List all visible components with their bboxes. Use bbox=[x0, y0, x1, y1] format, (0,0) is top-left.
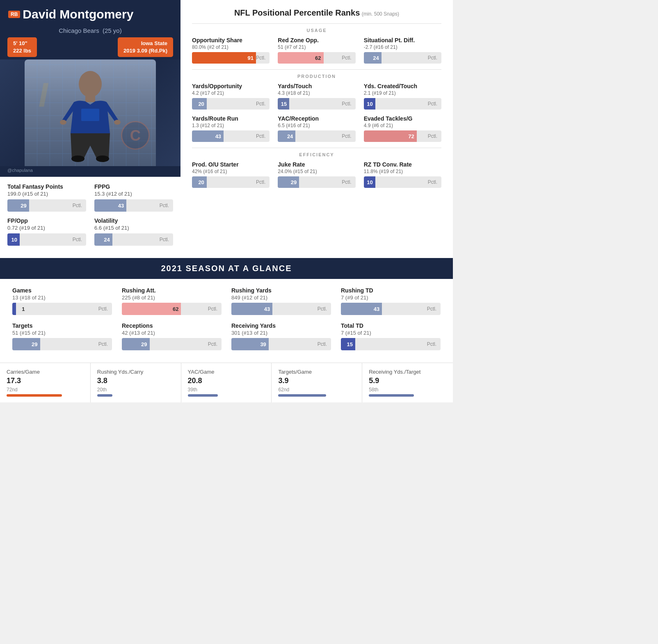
metric-situational: Situational Pt. Diff. -2.7 (#16 of 21) 2… bbox=[364, 37, 441, 64]
usage-header: USAGE bbox=[192, 23, 441, 33]
season-rushing-td: Rushing TD 7 (#9 of 21) 43 Pctl. bbox=[341, 287, 441, 315]
photo-placeholder: C I bbox=[25, 59, 156, 166]
stat-fppg: FPPG 15.3 (#12 of 21) 43 Pctl. bbox=[94, 183, 173, 212]
metric-prod-ou: Prod. O/U Starter 42% (#16 of 21) 20 Pct… bbox=[192, 161, 270, 188]
fill-juke: 29 bbox=[278, 176, 299, 188]
season-rushing-att: Rushing Att. 225 (#8 of 21) 62 Pctl. bbox=[122, 287, 222, 315]
fill-rushing-td: 43 bbox=[341, 303, 382, 315]
bar-yards-route: 43 Pctl. bbox=[192, 130, 270, 142]
svg-point-3 bbox=[60, 120, 66, 125]
player-team: Chicago Bears (25 yo) bbox=[0, 25, 180, 37]
college-draft-badge: Iowa State 2019 3.09 (Rd.Pk) bbox=[118, 37, 173, 57]
metric-juke-rate: Juke Rate 24.0% (#15 of 21) 29 Pctl. bbox=[278, 161, 355, 188]
title-line: NFL Positional Percentile Ranks (min. 50… bbox=[192, 8, 441, 18]
bar-yac: 24 Pctl. bbox=[278, 130, 355, 142]
bar-total-fp: 29 Pctl. bbox=[7, 199, 86, 212]
production-header: PRODUCTION bbox=[192, 69, 441, 79]
team-name: Chicago Bears bbox=[59, 27, 99, 34]
bottom-recv-target: Receiving Yds./Target 5.9 58th bbox=[362, 363, 453, 402]
player-position: RB bbox=[8, 11, 20, 18]
metric-yds-created: Yds. Created/Touch 2.1 (#19 of 21) 10 Pc… bbox=[364, 83, 441, 110]
bar-yds-created: 10 Pctl. bbox=[364, 98, 441, 110]
fill-rz-td: 10 bbox=[364, 176, 375, 188]
efficiency-grid: Prod. O/U Starter 42% (#16 of 21) 20 Pct… bbox=[192, 161, 441, 188]
stat-fpopp: FP/Opp 0.72 (#19 of 21) 10 Pctl. bbox=[7, 217, 86, 246]
season-grid: Games 13 (#18 of 21) 1 Pctl. Rushing Att… bbox=[12, 287, 441, 350]
bears-logo: C bbox=[121, 121, 150, 150]
height-weight-badge: 5' 10" 222 lbs bbox=[7, 37, 37, 57]
fill-yards-opp: 20 bbox=[192, 98, 207, 110]
player-age: 25 yo bbox=[105, 27, 120, 34]
season-receptions: Receptions 42 (#13 of 21) 29 Pctl. bbox=[122, 322, 222, 350]
top-section: RBDavid Montgomery Chicago Bears (25 yo)… bbox=[0, 0, 453, 258]
bar-targets-game bbox=[278, 394, 326, 397]
fill-targets: 29 bbox=[12, 338, 40, 350]
fill-rushing-yards: 43 bbox=[231, 303, 272, 315]
bar-red-zone: 62 Pctl. bbox=[278, 52, 355, 64]
bar-yards-opp: 20 Pctl. bbox=[192, 98, 270, 110]
fill-total-td: 15 bbox=[341, 338, 355, 350]
svg-text:I: I bbox=[39, 76, 49, 113]
bar-carries-game bbox=[7, 394, 62, 397]
metric-rz-td: RZ TD Conv. Rate 11.8% (#19 of 21) 10 Pc… bbox=[364, 161, 441, 188]
svg-point-0 bbox=[79, 71, 102, 97]
metric-yac: YAC/Reception 6.5 (#16 of 21) 24 Pctl. bbox=[278, 115, 355, 142]
fill-receiving-yards: 39 bbox=[231, 338, 269, 350]
fill-prod-ou: 20 bbox=[192, 176, 207, 188]
left-stats-row-2: FP/Opp 0.72 (#19 of 21) 10 Pctl. Volatil… bbox=[7, 217, 173, 246]
player-header: RBDavid Montgomery bbox=[0, 0, 180, 25]
photo-credit: @chapulana bbox=[0, 166, 180, 177]
svg-text:C: C bbox=[130, 127, 141, 144]
season-targets: Targets 51 (#15 of 21) 29 Pctl. bbox=[12, 322, 112, 350]
fill-yards-touch: 15 bbox=[278, 98, 289, 110]
bar-yards-touch: 15 Pctl. bbox=[278, 98, 355, 110]
player-badges: 5' 10" 222 lbs Iowa State 2019 3.09 (Rd.… bbox=[0, 37, 180, 57]
player-silhouette bbox=[49, 68, 131, 166]
right-panel: NFL Positional Percentile Ranks (min. 50… bbox=[180, 0, 453, 258]
bottom-targets-game: Targets/Game 3.9 62nd bbox=[272, 363, 362, 402]
fill-yards-route: 43 bbox=[192, 130, 224, 142]
iowa-logo: I bbox=[37, 76, 62, 114]
bar-rushing-att: 62 Pctl. bbox=[122, 303, 222, 315]
season-rushing-yards: Rushing Yards 849 (#12 of 21) 43 Pctl. bbox=[231, 287, 331, 315]
svg-point-5 bbox=[71, 155, 85, 162]
metric-red-zone: Red Zone Opp. 51 (#7 of 21) 62 Pctl. bbox=[278, 37, 355, 64]
bar-evaded: 72 Pctl. bbox=[364, 130, 441, 142]
bottom-yac-game: YAC/Game 20.8 39th bbox=[181, 363, 272, 402]
season-games: Games 13 (#18 of 21) 1 Pctl. bbox=[12, 287, 112, 315]
player-name: David Montgomery bbox=[23, 7, 133, 21]
fill-yds-created: 10 bbox=[364, 98, 375, 110]
bar-total-td: 15 Pctl. bbox=[341, 338, 441, 350]
left-panel: RBDavid Montgomery Chicago Bears (25 yo)… bbox=[0, 0, 180, 258]
bar-yac-game bbox=[188, 394, 218, 397]
fill-rushing-att: 62 bbox=[122, 303, 181, 315]
bar-season-games: 1 Pctl. bbox=[12, 303, 112, 315]
svg-rect-2 bbox=[81, 109, 99, 121]
bar-volatility: 24 Pctl. bbox=[94, 233, 173, 246]
bar-rushing-yards: 43 Pctl. bbox=[231, 303, 331, 315]
svg-point-4 bbox=[114, 120, 121, 125]
bar-receptions: 29 Pctl. bbox=[122, 338, 222, 350]
season-header: 2021 SEASON AT A GLANCE bbox=[0, 258, 453, 279]
bottom-carries-game: Carries/Game 17.3 72nd bbox=[0, 363, 91, 402]
bar-receiving-yards: 39 Pctl. bbox=[231, 338, 331, 350]
efficiency-header: EFFICIENCY bbox=[192, 148, 441, 157]
bar-fill-fppg: 43 bbox=[94, 199, 126, 212]
production-grid: Yards/Opportunity 4.2 (#17 of 21) 20 Pct… bbox=[192, 83, 441, 142]
season-total-td: Total TD 7 (#15 of 21) 15 Pctl. bbox=[341, 322, 441, 350]
metric-evaded-tackles: Evaded Tackles/G 4.9 (#6 of 21) 72 Pctl. bbox=[364, 115, 441, 142]
bar-situational: 24 Pctl. bbox=[364, 52, 441, 64]
bottom-rush-carry: Rushing Yds./Carry 3.8 20th bbox=[91, 363, 181, 402]
fill-receptions: 29 bbox=[122, 338, 150, 350]
player-photo-area: C I bbox=[0, 59, 180, 166]
svg-rect-1 bbox=[85, 96, 95, 102]
bar-recv-target bbox=[369, 394, 414, 397]
metric-yards-touch: Yards/Touch 4.3 (#18 of 21) 15 Pctl. bbox=[278, 83, 355, 110]
bar-prod-ou: 20 Pctl. bbox=[192, 176, 270, 188]
metric-yards-route: Yards/Route Run 1.3 (#12 of 21) 43 Pctl. bbox=[192, 115, 270, 142]
stat-total-fp: Total Fantasy Points 199.0 (#15 of 21) 2… bbox=[7, 183, 86, 212]
fill-red-zone: 62 bbox=[278, 52, 323, 64]
stat-volatility: Volatility 6.6 (#15 of 21) 24 Pctl. bbox=[94, 217, 173, 246]
bottom-row: Carries/Game 17.3 72nd Rushing Yds./Carr… bbox=[0, 363, 453, 402]
bar-fill-fpopp: 10 bbox=[7, 233, 20, 246]
